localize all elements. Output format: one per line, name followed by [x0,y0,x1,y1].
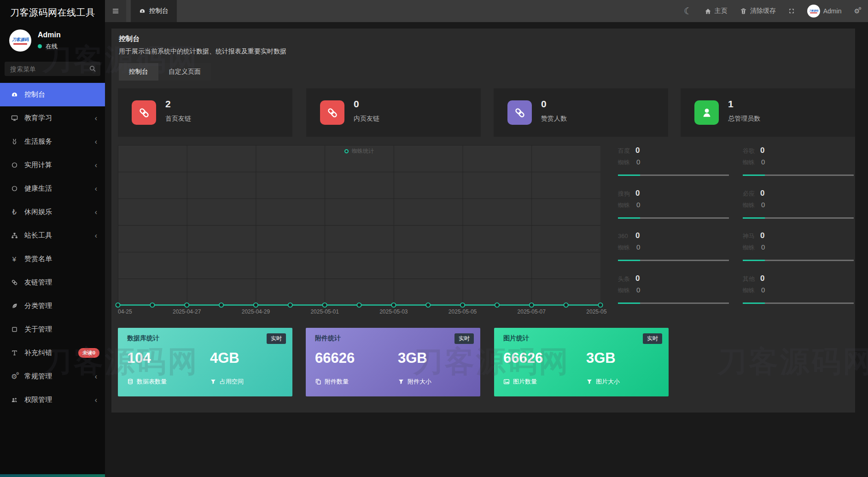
search-input[interactable] [5,62,100,76]
spider-stat-block-2: 搜狗0蜘蛛0 [618,189,729,221]
sidebar-item-2[interactable]: 生活服务‹ [0,130,105,153]
spider-stat-block-7: 其他0蜘蛛0 [743,274,854,306]
sidebar-item-11[interactable]: 补充纠错未读0 [0,341,105,365]
home-label: 主页 [715,7,728,15]
realtime-card-title: 数据库统计 [127,334,159,343]
spider-yesterday-value: 0 [761,286,765,294]
copy-icon [315,378,321,385]
dark-mode-moon-icon[interactable]: ☾ [684,6,692,17]
avatar-logo-text: 刀客源码 [809,9,818,12]
database-icon [127,378,134,385]
chevron-left-icon: ‹ [95,185,97,192]
spider-today-value: 0 [635,146,640,155]
online-dot [38,44,42,48]
link-icon [507,100,532,125]
sidebar-item-10[interactable]: 关于管理 [0,318,105,341]
hamburger-menu-icon[interactable] [105,0,126,22]
users-icon [10,396,19,403]
sidebar-item-8[interactable]: 友链管理 [0,271,105,294]
sidebar-item-1[interactable]: 教育学习‹ [0,106,105,130]
spider-progress-bar [743,175,854,176]
clear-cache-button[interactable]: 清除缓存 [740,7,776,15]
home-link[interactable]: 主页 [705,7,728,15]
sidebar-item-4[interactable]: 健康生活‹ [0,177,105,200]
x-tick-2: 2025-04-29 [242,308,270,315]
yen-icon: ¥ [10,256,19,262]
tab-1[interactable]: 自定义页面 [158,63,211,81]
spider-chart[interactable]: 蜘蛛统计 [118,145,600,305]
chart-legend[interactable]: 蜘蛛统计 [344,147,374,155]
circle-icon [10,162,19,169]
stat-label: 首页友链 [165,115,191,123]
spider-progress-bar [618,175,729,176]
avatar-logo-underline [810,12,817,13]
spider-name: 头条 [618,275,633,283]
sidebar-item-3[interactable]: 实用计算‹ [0,153,105,177]
admin-menu[interactable]: 刀客源码 Admin [807,5,842,17]
sidebar-item-label: 生活服务 [24,137,52,146]
spider-today-value: 0 [760,189,764,198]
spider-sub-label: 蜘蛛 [743,286,757,295]
spider-stat-block-0: 百度0蜘蛛0 [618,146,729,178]
link-icon [132,100,156,125]
x-tick-6: 2025-05-07 [518,308,546,315]
sidebar-item-5[interactable]: ₺休闲娱乐‹ [0,200,105,224]
monitor-icon [10,115,19,122]
gears-icon: ⚙⚙ [10,373,19,380]
realtime-value-1: 104 [127,350,151,366]
avatar-logo-underline [13,43,27,45]
sidebar-item-6[interactable]: 站长工具‹ [0,224,105,247]
fullscreen-icon[interactable] [788,8,795,14]
spider-name: 神马 [743,232,757,240]
sidebar-item-13[interactable]: 权限管理‹ [0,388,105,412]
clear-cache-label: 清除缓存 [750,7,776,15]
stat-label: 总管理员数 [728,115,760,123]
spider-yesterday-value: 0 [761,201,765,209]
circle-icon [10,185,19,192]
sidebar-item-label: 友链管理 [24,278,52,287]
spider-name: 百度 [618,147,633,155]
navbar-tab-dashboard[interactable]: 控制台 [131,0,177,22]
tab-label: 控制台 [129,68,148,76]
link-icon [320,100,344,125]
realtime-label-1-text: 数据表数量 [137,378,167,386]
realtime-card-0: 数据库统计实时1044GB数据表数量占用空间 [118,328,292,396]
sidebar-item-label: 教育学习 [24,114,52,122]
spider-sub-label: 蜘蛛 [743,244,757,252]
spider-today-value: 0 [635,274,640,283]
sidebar-menu: 控制台教育学习‹生活服务‹实用计算‹健康生活‹₺休闲娱乐‹站长工具‹¥赞赏名单友… [0,83,105,412]
sidebar-item-9[interactable]: 分类管理 [0,294,105,318]
spider-sub-label: 蜘蛛 [743,158,757,167]
settings-gears-icon[interactable]: ⚙⚙ [854,8,860,14]
sidebar-item-0[interactable]: 控制台 [0,83,105,106]
sidebar-item-7[interactable]: ¥赞赏名单 [0,247,105,271]
chevron-left-icon: ‹ [95,115,97,122]
navbar-tab-label: 控制台 [149,7,169,15]
x-tick-4: 2025-05-03 [379,308,408,315]
sidebar-item-12[interactable]: ⚙⚙常规管理‹ [0,365,105,388]
user-avatar[interactable]: 刀客源码 [9,29,31,52]
search-icon[interactable] [89,65,96,72]
stat-card-0: 2首页友链 [118,88,292,137]
spider-today-value: 0 [760,146,764,155]
tab-label: 自定义页面 [169,68,201,76]
realtime-label-1: 附件数量 [315,378,349,386]
realtime-label-1: 数据表数量 [127,378,167,386]
realtime-label-2: 附件大小 [398,378,431,386]
spider-yesterday-value: 0 [761,158,765,166]
spider-progress-bar [618,302,729,304]
chevron-left-icon: ‹ [95,396,97,404]
home-icon [705,8,711,15]
funnel-icon [210,378,216,385]
spider-progress-bar [618,260,729,261]
spider-yesterday-value: 0 [761,243,765,251]
stat-label: 赞赏人数 [541,115,567,123]
realtime-card-2: 图片统计实时666263GB图片数量图片大小 [494,328,669,396]
spider-stat-block-1: 谷歌0蜘蛛0 [743,146,854,178]
spider-yesterday-value: 0 [636,158,640,166]
main-panel: 控制台 用于展示当前系统中的统计数据、统计报表及重要实时数据 控制台自定义页面 … [111,29,855,413]
sitemap-icon [10,232,19,239]
tab-0[interactable]: 控制台 [119,63,158,81]
stat-value: 0 [541,99,547,110]
realtime-badge: 实时 [454,333,474,344]
